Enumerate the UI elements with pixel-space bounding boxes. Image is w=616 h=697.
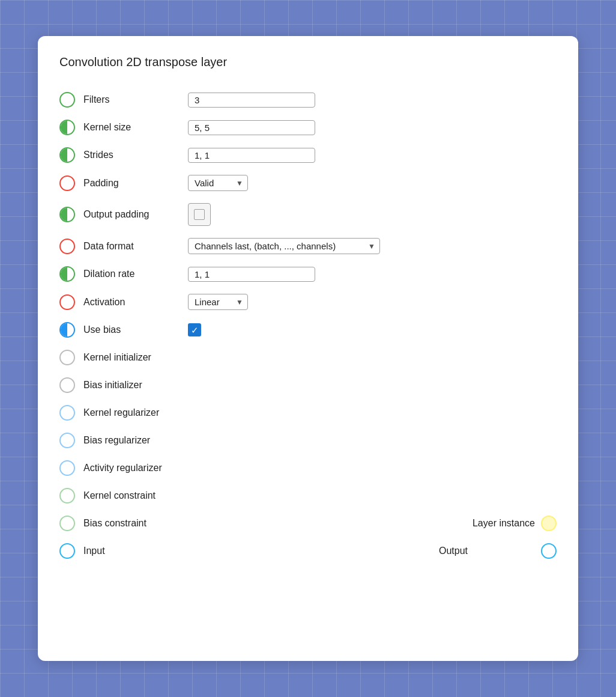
input-kernel-size[interactable]	[188, 120, 315, 135]
output-circle[interactable]	[541, 543, 557, 559]
checkbox-output-padding[interactable]	[188, 203, 211, 226]
circle-kernel-constraint[interactable]	[59, 488, 75, 504]
output-connector: Output	[439, 543, 557, 559]
bottom-row: Input Output	[59, 537, 557, 565]
circle-kernel-regularizer[interactable]	[59, 405, 75, 421]
row-bias-constraint: Bias constraintLayer instance	[59, 510, 557, 537]
circle-activity-regularizer[interactable]	[59, 460, 75, 476]
circle-strides[interactable]	[59, 147, 75, 163]
label-kernel-initializer: Kernel initializer	[83, 352, 180, 363]
circle-kernel-size[interactable]	[59, 120, 75, 135]
row-filters: Filters	[59, 86, 557, 114]
label-dilation-rate: Dilation rate	[83, 269, 180, 279]
circle-filters[interactable]	[59, 92, 75, 108]
select-data-format[interactable]: Channels last, (batch, ..., channels)Cha…	[188, 238, 380, 254]
page-title: Convolution 2D transpose layer	[59, 55, 557, 69]
right-connector-bias-constraint: Layer instance	[473, 516, 557, 531]
circle-padding[interactable]	[59, 175, 75, 191]
circle-activation[interactable]	[59, 294, 75, 310]
label-kernel-constraint: Kernel constraint	[83, 490, 180, 501]
row-kernel-size: Kernel size	[59, 114, 557, 141]
circle-kernel-initializer[interactable]	[59, 350, 75, 365]
circle-bias-constraint[interactable]	[59, 516, 75, 531]
circle-output-padding[interactable]	[59, 207, 75, 222]
row-data-format: Data formatChannels last, (batch, ..., c…	[59, 232, 557, 260]
row-padding: PaddingValidSameCausal▼	[59, 169, 557, 197]
label-activation: Activation	[83, 297, 180, 308]
circle-bias-initializer[interactable]	[59, 377, 75, 393]
row-kernel-initializer: Kernel initializer	[59, 344, 557, 371]
row-bias-regularizer: Bias regularizer	[59, 427, 557, 454]
label-output-padding: Output padding	[83, 209, 180, 220]
label-filters: Filters	[83, 94, 180, 105]
input-label: Input	[83, 546, 180, 556]
label-kernel-regularizer: Kernel regularizer	[83, 407, 180, 418]
circle-data-format[interactable]	[59, 239, 75, 254]
input-dilation-rate[interactable]	[188, 267, 315, 282]
output-label: Output	[439, 546, 535, 556]
layer-instance-circle[interactable]	[541, 516, 557, 531]
input-strides[interactable]	[188, 148, 315, 163]
label-use-bias: Use bias	[83, 324, 180, 335]
checkbox-use-bias[interactable]: ✓	[188, 323, 201, 336]
row-strides: Strides	[59, 141, 557, 169]
label-strides: Strides	[83, 150, 180, 160]
select-activation[interactable]: LinearReLUSigmoidTanhSoftmax	[188, 294, 248, 310]
row-use-bias: Use bias✓	[59, 316, 557, 344]
row-activation: ActivationLinearReLUSigmoidTanhSoftmax▼	[59, 288, 557, 316]
output-padding-inner	[194, 209, 205, 220]
label-bias-initializer: Bias initializer	[83, 380, 180, 391]
label-kernel-size: Kernel size	[83, 122, 180, 133]
input-connector: Input	[59, 543, 180, 559]
row-dilation-rate: Dilation rate	[59, 260, 557, 288]
label-activity-regularizer: Activity regularizer	[83, 463, 180, 473]
checkmark-icon: ✓	[191, 326, 199, 335]
card: Convolution 2D transpose layer FiltersKe…	[38, 36, 578, 661]
row-kernel-constraint: Kernel constraint	[59, 482, 557, 510]
row-kernel-regularizer: Kernel regularizer	[59, 399, 557, 427]
row-activity-regularizer: Activity regularizer	[59, 454, 557, 482]
select-padding[interactable]: ValidSameCausal	[188, 175, 248, 191]
circle-dilation-rate[interactable]	[59, 266, 75, 282]
circle-bias-regularizer[interactable]	[59, 433, 75, 448]
label-data-format: Data format	[83, 241, 180, 252]
row-bias-initializer: Bias initializer	[59, 371, 557, 399]
label-bias-regularizer: Bias regularizer	[83, 435, 180, 446]
input-circle[interactable]	[59, 543, 75, 559]
label-bias-constraint: Bias constraint	[83, 518, 180, 529]
label-padding: Padding	[83, 178, 180, 189]
input-filters[interactable]	[188, 93, 315, 108]
row-output-padding: Output padding	[59, 197, 557, 232]
circle-use-bias[interactable]	[59, 322, 75, 338]
layer-instance-label: Layer instance	[473, 518, 535, 529]
